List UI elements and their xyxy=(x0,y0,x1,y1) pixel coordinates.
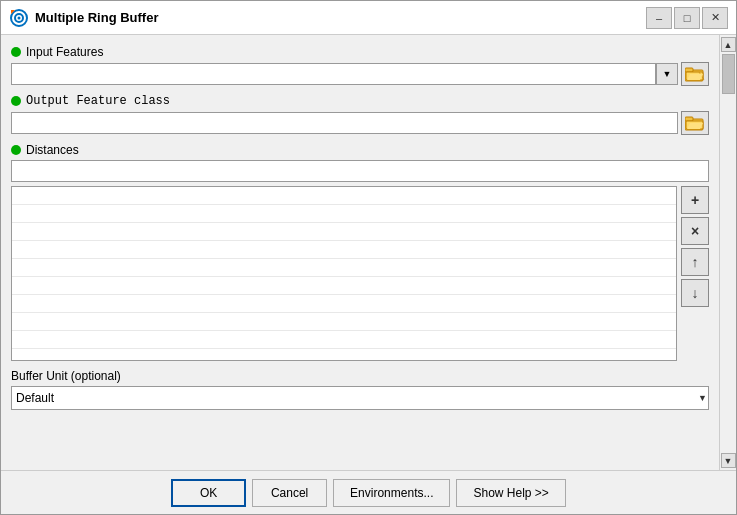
list-item xyxy=(12,277,676,295)
distances-label-row: Distances xyxy=(11,143,709,157)
buffer-unit-field: Buffer Unit (optional) Default Feet Mete… xyxy=(11,369,709,410)
buffer-unit-label: Buffer Unit (optional) xyxy=(11,369,709,383)
input-features-dot xyxy=(11,47,21,57)
distances-label: Distances xyxy=(26,143,79,157)
folder-open-icon-2 xyxy=(685,115,705,131)
list-item xyxy=(12,241,676,259)
close-button[interactable]: ✕ xyxy=(702,7,728,29)
input-features-input[interactable] xyxy=(11,63,656,85)
output-feature-class-field: Output Feature class xyxy=(11,94,709,135)
list-item xyxy=(12,187,676,205)
title-bar-controls: – □ ✕ xyxy=(646,7,728,29)
minimize-button[interactable]: – xyxy=(646,7,672,29)
output-feature-class-input[interactable] xyxy=(11,112,678,134)
move-down-button[interactable]: ↓ xyxy=(681,279,709,307)
svg-rect-5 xyxy=(685,68,693,72)
output-feature-folder-button[interactable] xyxy=(681,111,709,135)
list-side-buttons: + × ↑ ↓ xyxy=(681,186,709,361)
buffer-unit-select-wrapper: Default Feet Meters Kilometers Miles ▼ xyxy=(11,386,709,410)
scroll-down-arrow[interactable]: ▼ xyxy=(721,453,736,468)
list-item xyxy=(12,313,676,331)
output-feature-class-label-row: Output Feature class xyxy=(11,94,709,108)
ok-button[interactable]: OK xyxy=(171,479,246,507)
title-bar: Multiple Ring Buffer – □ ✕ xyxy=(1,1,736,35)
output-feature-dot xyxy=(11,96,21,106)
input-features-label-row: Input Features xyxy=(11,45,709,59)
input-features-dropdown-arrow[interactable]: ▼ xyxy=(656,63,678,85)
input-features-label: Input Features xyxy=(26,45,103,59)
list-item xyxy=(12,295,676,313)
distances-dot xyxy=(11,145,21,155)
window-title: Multiple Ring Buffer xyxy=(35,10,159,25)
maximize-button[interactable]: □ xyxy=(674,7,700,29)
show-help-button[interactable]: Show Help >> xyxy=(456,479,565,507)
svg-rect-9 xyxy=(685,117,693,121)
scroll-up-arrow[interactable]: ▲ xyxy=(721,37,736,52)
distances-field: Distances xyxy=(11,143,709,361)
list-item xyxy=(12,331,676,349)
main-window: Multiple Ring Buffer – □ ✕ Input Feature… xyxy=(0,0,737,515)
distances-list[interactable] xyxy=(11,186,677,361)
input-features-control: ▼ xyxy=(11,62,709,86)
title-bar-left: Multiple Ring Buffer xyxy=(9,8,159,28)
output-feature-class-label: Output Feature class xyxy=(26,94,170,108)
svg-point-2 xyxy=(18,16,21,19)
input-features-field: Input Features ▼ xyxy=(11,45,709,86)
app-icon xyxy=(9,8,29,28)
form-area: Input Features ▼ xyxy=(1,35,719,470)
add-item-button[interactable]: + xyxy=(681,186,709,214)
footer-bar: OK Cancel Environments... Show Help >> xyxy=(1,470,736,514)
buffer-unit-select[interactable]: Default Feet Meters Kilometers Miles xyxy=(11,386,709,410)
list-item xyxy=(12,259,676,277)
output-feature-class-control xyxy=(11,111,709,135)
distances-text-input[interactable] xyxy=(11,160,709,182)
environments-button[interactable]: Environments... xyxy=(333,479,450,507)
move-up-button[interactable]: ↑ xyxy=(681,248,709,276)
delete-item-button[interactable]: × xyxy=(681,217,709,245)
distances-list-area: + × ↑ ↓ xyxy=(11,186,709,361)
cancel-button[interactable]: Cancel xyxy=(252,479,327,507)
list-item xyxy=(12,223,676,241)
input-features-folder-button[interactable] xyxy=(681,62,709,86)
scrollbar[interactable]: ▲ ▼ xyxy=(719,35,736,470)
main-content: Input Features ▼ xyxy=(1,35,736,470)
folder-open-icon xyxy=(685,66,705,82)
list-item xyxy=(12,205,676,223)
scroll-thumb[interactable] xyxy=(722,54,735,94)
